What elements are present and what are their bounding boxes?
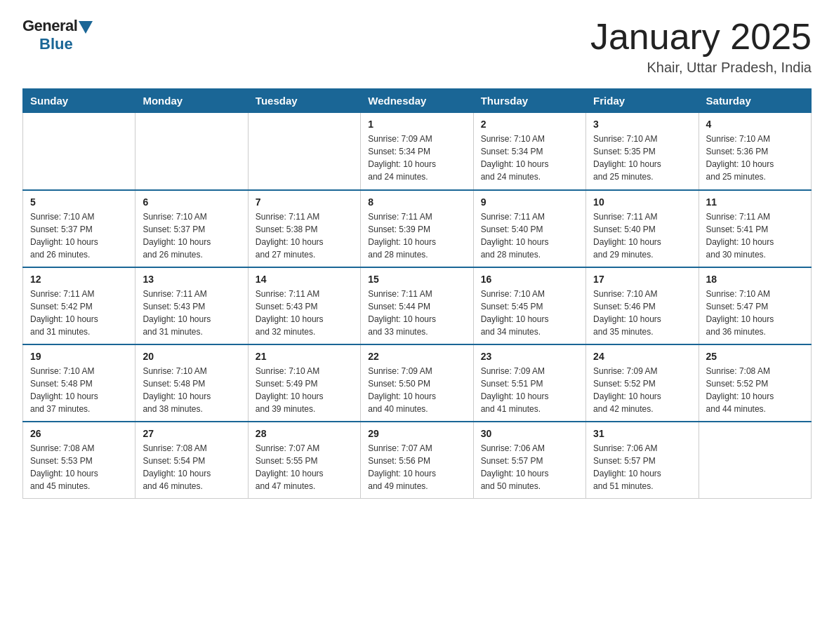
logo: General Blue: [22, 17, 93, 53]
calendar-week-row: 19Sunrise: 7:10 AM Sunset: 5:48 PM Dayli…: [23, 344, 812, 422]
calendar-cell: 24Sunrise: 7:09 AM Sunset: 5:52 PM Dayli…: [586, 344, 699, 422]
day-info: Sunrise: 7:09 AM Sunset: 5:50 PM Dayligh…: [368, 365, 465, 415]
day-info: Sunrise: 7:06 AM Sunset: 5:57 PM Dayligh…: [481, 442, 578, 492]
day-info: Sunrise: 7:09 AM Sunset: 5:34 PM Dayligh…: [368, 133, 465, 183]
calendar-cell: 4Sunrise: 7:10 AM Sunset: 5:36 PM Daylig…: [699, 113, 811, 190]
calendar-cell: 11Sunrise: 7:11 AM Sunset: 5:41 PM Dayli…: [699, 190, 811, 267]
calendar-cell: 31Sunrise: 7:06 AM Sunset: 5:57 PM Dayli…: [586, 422, 699, 499]
day-info: Sunrise: 7:06 AM Sunset: 5:57 PM Dayligh…: [593, 442, 691, 492]
day-number: 13: [143, 274, 240, 285]
day-number: 1: [368, 119, 465, 130]
day-info: Sunrise: 7:10 AM Sunset: 5:49 PM Dayligh…: [256, 365, 353, 415]
calendar-cell: 18Sunrise: 7:10 AM Sunset: 5:47 PM Dayli…: [699, 267, 811, 344]
calendar-cell: 9Sunrise: 7:11 AM Sunset: 5:40 PM Daylig…: [473, 190, 585, 267]
day-number: 24: [593, 351, 691, 362]
day-number: 22: [368, 351, 465, 362]
calendar-cell: 26Sunrise: 7:08 AM Sunset: 5:53 PM Dayli…: [23, 422, 135, 499]
day-info: Sunrise: 7:11 AM Sunset: 5:38 PM Dayligh…: [256, 210, 353, 261]
day-number: 28: [256, 428, 353, 439]
day-info: Sunrise: 7:11 AM Sunset: 5:39 PM Dayligh…: [368, 210, 465, 261]
day-number: 14: [256, 274, 353, 285]
calendar-cell: 30Sunrise: 7:06 AM Sunset: 5:57 PM Dayli…: [473, 422, 585, 499]
page-header: General Blue January 2025 Khair, Uttar P…: [22, 17, 812, 76]
day-info: Sunrise: 7:11 AM Sunset: 5:41 PM Dayligh…: [706, 210, 804, 261]
calendar-cell: 20Sunrise: 7:10 AM Sunset: 5:48 PM Dayli…: [135, 344, 248, 422]
day-number: 20: [143, 351, 240, 362]
calendar-cell: [23, 113, 135, 190]
day-info: Sunrise: 7:10 AM Sunset: 5:37 PM Dayligh…: [30, 210, 128, 261]
calendar-cell: 23Sunrise: 7:09 AM Sunset: 5:51 PM Dayli…: [473, 344, 585, 422]
day-number: 25: [706, 351, 804, 362]
logo-general-text: General: [22, 17, 77, 35]
calendar-cell: [699, 422, 811, 499]
calendar-week-row: 26Sunrise: 7:08 AM Sunset: 5:53 PM Dayli…: [23, 422, 812, 499]
day-info: Sunrise: 7:10 AM Sunset: 5:37 PM Dayligh…: [143, 210, 240, 261]
day-number: 12: [30, 274, 128, 285]
day-number: 4: [706, 119, 804, 130]
day-number: 21: [256, 351, 353, 362]
calendar-cell: 28Sunrise: 7:07 AM Sunset: 5:55 PM Dayli…: [248, 422, 360, 499]
calendar-table: SundayMondayTuesdayWednesdayThursdayFrid…: [22, 88, 812, 499]
day-number: 23: [481, 351, 578, 362]
day-info: Sunrise: 7:11 AM Sunset: 5:40 PM Dayligh…: [593, 210, 691, 261]
day-info: Sunrise: 7:08 AM Sunset: 5:54 PM Dayligh…: [143, 442, 240, 492]
day-info: Sunrise: 7:10 AM Sunset: 5:47 PM Dayligh…: [706, 288, 804, 338]
calendar-subtitle: Khair, Uttar Pradesh, India: [590, 60, 812, 76]
day-info: Sunrise: 7:10 AM Sunset: 5:48 PM Dayligh…: [30, 365, 128, 415]
day-number: 8: [368, 196, 465, 208]
calendar-cell: 5Sunrise: 7:10 AM Sunset: 5:37 PM Daylig…: [23, 190, 135, 267]
day-info: Sunrise: 7:08 AM Sunset: 5:52 PM Dayligh…: [706, 365, 804, 415]
calendar-cell: 10Sunrise: 7:11 AM Sunset: 5:40 PM Dayli…: [586, 190, 699, 267]
day-number: 17: [593, 274, 691, 285]
day-number: 30: [481, 428, 578, 439]
calendar-cell: 19Sunrise: 7:10 AM Sunset: 5:48 PM Dayli…: [23, 344, 135, 422]
column-header-thursday: Thursday: [473, 89, 585, 113]
day-number: 29: [368, 428, 465, 439]
day-info: Sunrise: 7:09 AM Sunset: 5:51 PM Dayligh…: [481, 365, 578, 415]
day-number: 15: [368, 274, 465, 285]
column-header-monday: Monday: [135, 89, 248, 113]
day-info: Sunrise: 7:10 AM Sunset: 5:46 PM Dayligh…: [593, 288, 691, 338]
calendar-cell: 27Sunrise: 7:08 AM Sunset: 5:54 PM Dayli…: [135, 422, 248, 499]
calendar-title: January 2025: [590, 17, 812, 57]
calendar-cell: 6Sunrise: 7:10 AM Sunset: 5:37 PM Daylig…: [135, 190, 248, 267]
day-number: 7: [256, 196, 353, 208]
calendar-week-row: 12Sunrise: 7:11 AM Sunset: 5:42 PM Dayli…: [23, 267, 812, 344]
calendar-cell: 25Sunrise: 7:08 AM Sunset: 5:52 PM Dayli…: [699, 344, 811, 422]
calendar-cell: 29Sunrise: 7:07 AM Sunset: 5:56 PM Dayli…: [361, 422, 473, 499]
calendar-cell: 2Sunrise: 7:10 AM Sunset: 5:34 PM Daylig…: [473, 113, 585, 190]
day-info: Sunrise: 7:09 AM Sunset: 5:52 PM Dayligh…: [593, 365, 691, 415]
day-number: 11: [706, 196, 804, 208]
calendar-week-row: 1Sunrise: 7:09 AM Sunset: 5:34 PM Daylig…: [23, 113, 812, 190]
calendar-cell: [135, 113, 248, 190]
day-info: Sunrise: 7:10 AM Sunset: 5:34 PM Dayligh…: [481, 133, 578, 183]
column-header-sunday: Sunday: [23, 89, 135, 113]
day-number: 18: [706, 274, 804, 285]
column-header-friday: Friday: [586, 89, 699, 113]
column-header-tuesday: Tuesday: [248, 89, 360, 113]
day-number: 16: [481, 274, 578, 285]
title-block: January 2025 Khair, Uttar Pradesh, India: [590, 17, 812, 76]
day-info: Sunrise: 7:10 AM Sunset: 5:35 PM Dayligh…: [593, 133, 691, 183]
calendar-cell: 14Sunrise: 7:11 AM Sunset: 5:43 PM Dayli…: [248, 267, 360, 344]
day-info: Sunrise: 7:11 AM Sunset: 5:44 PM Dayligh…: [368, 288, 465, 338]
day-info: Sunrise: 7:07 AM Sunset: 5:55 PM Dayligh…: [256, 442, 353, 492]
calendar-cell: 21Sunrise: 7:10 AM Sunset: 5:49 PM Dayli…: [248, 344, 360, 422]
day-number: 5: [30, 196, 128, 208]
day-number: 2: [481, 119, 578, 130]
calendar-week-row: 5Sunrise: 7:10 AM Sunset: 5:37 PM Daylig…: [23, 190, 812, 267]
day-number: 10: [593, 196, 691, 208]
day-info: Sunrise: 7:08 AM Sunset: 5:53 PM Dayligh…: [30, 442, 128, 492]
day-info: Sunrise: 7:10 AM Sunset: 5:45 PM Dayligh…: [481, 288, 578, 338]
day-number: 3: [593, 119, 691, 130]
calendar-cell: [248, 113, 360, 190]
calendar-cell: 22Sunrise: 7:09 AM Sunset: 5:50 PM Dayli…: [361, 344, 473, 422]
calendar-cell: 15Sunrise: 7:11 AM Sunset: 5:44 PM Dayli…: [361, 267, 473, 344]
calendar-cell: 7Sunrise: 7:11 AM Sunset: 5:38 PM Daylig…: [248, 190, 360, 267]
calendar-cell: 1Sunrise: 7:09 AM Sunset: 5:34 PM Daylig…: [361, 113, 473, 190]
day-info: Sunrise: 7:07 AM Sunset: 5:56 PM Dayligh…: [368, 442, 465, 492]
calendar-cell: 3Sunrise: 7:10 AM Sunset: 5:35 PM Daylig…: [586, 113, 699, 190]
calendar-header-row: SundayMondayTuesdayWednesdayThursdayFrid…: [23, 89, 812, 113]
day-info: Sunrise: 7:10 AM Sunset: 5:48 PM Dayligh…: [143, 365, 240, 415]
day-info: Sunrise: 7:10 AM Sunset: 5:36 PM Dayligh…: [706, 133, 804, 183]
